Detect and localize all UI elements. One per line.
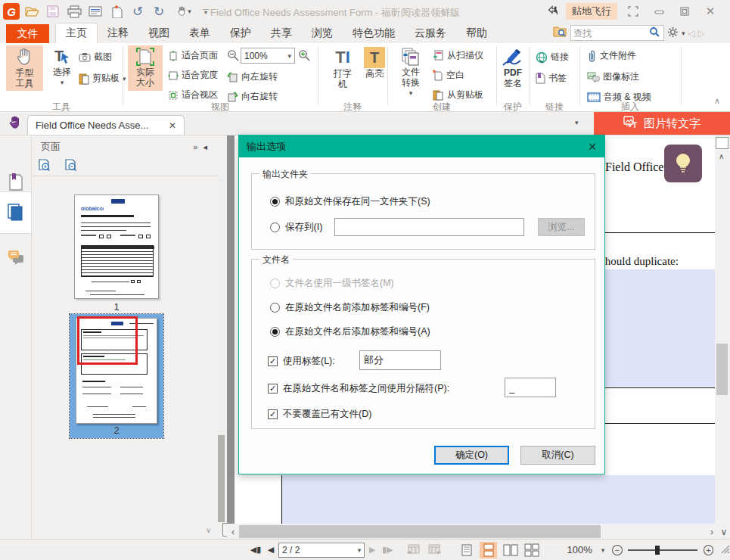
horizontal-scrollbar[interactable]: ‹ › ∨ (227, 524, 730, 539)
flight-mode-badge[interactable]: 贴地飞行 (566, 3, 617, 20)
redo-button[interactable]: ↻ (150, 2, 168, 20)
new-document-button[interactable]: * (107, 2, 126, 20)
horizontal-scrollbar-thumb[interactable] (239, 525, 601, 538)
continuous-layout-icon[interactable] (480, 542, 497, 558)
find-previous-arrow[interactable]: ◁ (688, 28, 695, 39)
menu-tab-help[interactable]: 帮助 (456, 23, 497, 43)
find-input[interactable] (573, 28, 649, 39)
search-folder-icon[interactable] (553, 26, 567, 40)
checkbox-separator-control[interactable]: ✓ (268, 384, 278, 394)
form-field-highlight[interactable] (604, 269, 715, 387)
pdf-sign-button[interactable]: PDF 签名 (498, 45, 528, 89)
tab-list-dropdown-arrow[interactable]: ▾ (575, 119, 579, 126)
fit-width-button[interactable]: 适合宽度 (168, 69, 218, 82)
radio-same-folder[interactable]: 和原始文件保存在同一文件夹下(S) (270, 195, 430, 208)
scroll-up-arrow[interactable]: ∧ (719, 152, 724, 160)
scroll-right-arrow[interactable]: › (706, 527, 718, 537)
checkbox-use-label[interactable]: ✓ 使用标签(L): (268, 355, 335, 368)
open-file-button[interactable] (23, 2, 41, 20)
blank-document-button[interactable]: * 空白 (433, 69, 464, 82)
status-zoom-value[interactable]: 100% (567, 544, 592, 555)
facing-layout-icon[interactable] (503, 542, 518, 558)
file-attachment-button[interactable]: 文件附件 (587, 49, 636, 62)
sidebar-pages-icon[interactable] (0, 191, 31, 234)
hand-tool-quick-button[interactable]: ▾ (171, 2, 197, 20)
file-convert-button[interactable]: 文件转换 ▾ (393, 45, 428, 98)
page-1-thumbnail[interactable]: globalcorp (74, 194, 159, 299)
checkbox-separator-text[interactable]: 在原始文件名和标签之间使用分隔符(P): (283, 382, 449, 395)
image-annotation-button[interactable]: 图像标注 (587, 70, 639, 83)
purple-hand-icon[interactable] (8, 115, 23, 132)
panel-collapse-icon[interactable]: ◂ (203, 142, 209, 151)
zoom-out-slider-button[interactable]: − (612, 545, 623, 555)
scroll-down-arrow[interactable]: ∨ (718, 527, 730, 537)
rotate-left-button[interactable]: 向左旋转 (227, 70, 278, 83)
menu-tab-comment[interactable]: 注释 (98, 23, 138, 43)
menu-tab-features[interactable]: 特色功能 (343, 23, 405, 43)
zoom-out-button[interactable] (227, 49, 239, 61)
scroll-left-arrow[interactable]: ‹ (227, 527, 239, 537)
save-button[interactable] (44, 2, 62, 20)
print-button[interactable] (65, 2, 83, 20)
next-page-button[interactable]: ▶ (365, 542, 380, 558)
radio-suffix-control[interactable] (270, 327, 280, 337)
reduce-thumbnails-icon[interactable] (64, 159, 77, 174)
radio-same-folder-control[interactable] (270, 197, 280, 207)
menu-tab-cloud[interactable]: 云服务 (405, 23, 456, 43)
thumbnail-scroll-down-arrow[interactable]: ∨ (206, 526, 211, 534)
menu-tab-home[interactable]: 主页 (55, 23, 98, 43)
actual-size-button[interactable]: 实际大小 (128, 45, 163, 91)
zoom-level-combo[interactable]: 100%▾ (241, 48, 295, 64)
radio-save-to[interactable]: 保存到(I) (270, 221, 322, 234)
checkbox-no-overwrite[interactable]: ✓ 不要覆盖已有文件(D) (268, 408, 371, 421)
select-tool-button[interactable]: T 选择 ▾ (47, 45, 77, 88)
hand-tool-dropdown-arrow[interactable]: ▾ (188, 8, 191, 15)
assistant-lightbulb-button[interactable] (664, 145, 702, 182)
hand-tool-button[interactable]: 手型工具 (6, 45, 43, 91)
zoom-in-button[interactable] (298, 49, 310, 61)
dialog-close-icon[interactable]: ✕ (588, 141, 597, 153)
clipboard-button[interactable]: 剪贴板 ▾ (79, 72, 126, 85)
thumbnail-scrollbar[interactable] (217, 178, 225, 522)
first-page-button[interactable]: ◀▮ (248, 542, 263, 558)
link-button[interactable]: 链接 (536, 51, 569, 64)
menu-tab-share[interactable]: 共享 (261, 23, 302, 43)
menu-tab-file[interactable]: 文件 (6, 24, 49, 43)
search-settings-dropdown-arrow[interactable]: ▾ (682, 30, 685, 37)
menu-tab-view[interactable]: 视图 (138, 23, 179, 43)
checkbox-use-label-text[interactable]: 使用标签(L): (283, 355, 335, 368)
last-page-button[interactable]: ▮▶ (380, 542, 395, 558)
single-page-layout-icon[interactable] (459, 542, 474, 558)
checkbox-use-label-control[interactable]: ✓ (268, 356, 278, 366)
from-scanner-button[interactable]: 从扫描仪 (433, 49, 483, 62)
find-next-arrow[interactable]: ▷ (698, 28, 705, 39)
page-number-combo[interactable]: 2 / 2 ▾ (278, 543, 365, 558)
sidebar-comments-icon[interactable] (0, 243, 32, 273)
bookmark-button[interactable]: 书签 (536, 72, 567, 85)
cancel-button[interactable]: 取消(C) (520, 446, 595, 465)
ok-button[interactable]: 确定(O) (434, 446, 509, 465)
panel-expand-icon[interactable]: » (193, 142, 199, 151)
continuous-facing-layout-icon[interactable] (524, 542, 539, 558)
radio-save-to-control[interactable] (270, 222, 280, 232)
fit-page-button[interactable]: 适合页面 (168, 49, 218, 62)
thumbnail-scrollbar-thumb[interactable] (218, 435, 225, 522)
fit-visible-button[interactable]: 适合视区 (168, 89, 218, 101)
close-button[interactable]: ✕ (700, 4, 720, 19)
dialog-title-bar[interactable]: 输出选项 ✕ (239, 135, 604, 157)
radio-same-folder-label[interactable]: 和原始文件保存在同一文件夹下(S) (285, 195, 430, 208)
zoom-in-slider-button[interactable]: + (704, 545, 714, 555)
checkbox-no-overwrite-text[interactable]: 不要覆盖已有文件(D) (283, 408, 371, 421)
enlarge-thumbnails-icon[interactable] (38, 159, 51, 174)
zoom-slider-handle[interactable] (655, 546, 660, 555)
image-to-text-button[interactable]: T 图片转文字 (594, 112, 730, 135)
minimize-button[interactable] (649, 4, 669, 19)
collapse-ribbon-button[interactable]: ∧ (714, 96, 720, 106)
from-clipboard-button[interactable]: 从剪贴板 (433, 89, 483, 101)
form-field-highlight-bottom[interactable] (282, 475, 715, 524)
typewriter-button[interactable]: TI 打字机 (327, 45, 359, 89)
status-zoom-dropdown-arrow[interactable]: ▾ (601, 546, 605, 554)
document-tab[interactable]: Field Office Needs Asse... ✕ (27, 115, 185, 135)
radio-prefix[interactable]: 在原始文件名前添加标签和编号(F) (270, 301, 430, 314)
previous-page-button[interactable]: ◀ (263, 542, 278, 558)
